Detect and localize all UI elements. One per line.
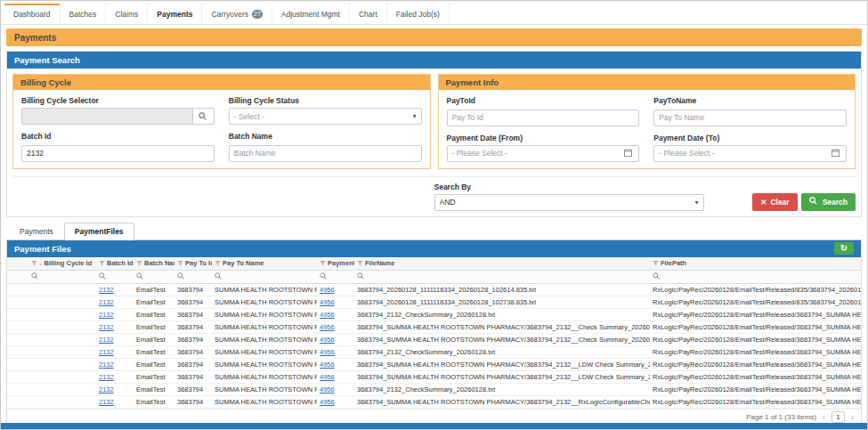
batch_id-link[interactable]: 2132 bbox=[99, 336, 114, 344]
filter-icon[interactable] bbox=[215, 260, 221, 268]
result-tab-paymentfiles[interactable]: PaymentFiles bbox=[64, 223, 134, 240]
filter-input-batch_name[interactable] bbox=[134, 271, 174, 284]
pay-to-id-input[interactable] bbox=[447, 110, 640, 126]
batch-id-input[interactable] bbox=[21, 145, 215, 162]
payment_id-link[interactable]: 4956 bbox=[320, 361, 335, 369]
billing-cycle-selector-search-button[interactable] bbox=[193, 108, 215, 125]
payment_id-link[interactable]: 4956 bbox=[320, 323, 335, 331]
column-label: FileName bbox=[365, 259, 394, 267]
filter-input-billing_cycle_id[interactable] bbox=[28, 271, 96, 284]
nav-tab-dashboard[interactable]: Dashboard bbox=[4, 4, 61, 24]
filter-input-batch_id[interactable] bbox=[96, 271, 134, 284]
batch_id-link[interactable]: 2132 bbox=[99, 385, 114, 393]
next-page-icon[interactable]: › bbox=[851, 412, 854, 422]
filter-input-pay_to_id[interactable] bbox=[174, 271, 212, 284]
cell-pay_to_id: 3683794 bbox=[174, 309, 212, 321]
nav-tab-claims[interactable]: Claims bbox=[106, 4, 148, 24]
table-head: ↓Billing Cycle IdBatch IdBatch NamePay T… bbox=[7, 257, 861, 284]
filter-icon[interactable] bbox=[320, 260, 326, 268]
column-header-file_name[interactable]: FileName bbox=[354, 257, 650, 271]
column-header-batch_id[interactable]: Batch Id bbox=[96, 257, 134, 271]
cell-sel bbox=[7, 371, 28, 384]
filter-icon[interactable] bbox=[31, 260, 37, 268]
column-header-billing_cycle_id[interactable]: ↓Billing Cycle Id bbox=[28, 257, 96, 271]
prev-page-icon[interactable]: ‹ bbox=[823, 412, 825, 422]
result-tab-payments[interactable]: Payments bbox=[9, 223, 64, 240]
column-label: Batch Name bbox=[144, 259, 174, 267]
nav-tab-payments[interactable]: Payments bbox=[148, 4, 202, 24]
payment_id-link[interactable]: 4956 bbox=[320, 286, 335, 294]
refresh-button[interactable]: ↻ bbox=[834, 242, 854, 255]
nav-tab-adjustment-mgmt[interactable]: Adjustment Mgmt bbox=[272, 4, 350, 24]
payment_id-link[interactable]: 4956 bbox=[320, 373, 335, 381]
select-column-header bbox=[7, 257, 28, 271]
calendar-icon bbox=[831, 149, 840, 158]
payment_id-link[interactable]: 4956 bbox=[320, 348, 335, 356]
cell-billing_cycle_id bbox=[28, 371, 96, 384]
filter-icon[interactable] bbox=[177, 260, 183, 268]
payment_id-link[interactable]: 4956 bbox=[320, 336, 335, 344]
batch-name-input[interactable] bbox=[229, 145, 422, 162]
cell-pay_to_id: 3683794 bbox=[174, 346, 212, 359]
filter-icon[interactable] bbox=[357, 260, 363, 268]
filter-icon[interactable] bbox=[99, 260, 105, 268]
nav-tab-carryovers[interactable]: Carryovers27 bbox=[202, 4, 272, 24]
top-nav: DashboardBatchesClaimsPaymentsCarryovers… bbox=[1, 4, 867, 25]
billing-cycle-status-label: Billing Cycle Status bbox=[229, 96, 422, 105]
filter-input-pay_to_name[interactable] bbox=[212, 271, 317, 284]
page-number-button[interactable]: 1 bbox=[831, 411, 844, 423]
billing-cycle-status-field: Billing Cycle Status - Select - ▾ bbox=[229, 96, 422, 125]
filter-input-payment_id[interactable] bbox=[317, 271, 354, 284]
clear-button[interactable]: ✕ Clear bbox=[752, 193, 797, 211]
payment_id-link[interactable]: 4956 bbox=[320, 311, 335, 319]
app-window: DashboardBatchesClaimsPaymentsCarryovers… bbox=[0, 0, 868, 430]
column-header-pay_to_name[interactable]: Pay To Name bbox=[212, 257, 317, 271]
batch_id-link[interactable]: 2132 bbox=[99, 398, 114, 406]
batch_id-link[interactable]: 2132 bbox=[99, 286, 114, 294]
cell-batch_name: EmailTest bbox=[134, 334, 174, 346]
nav-tab-batches[interactable]: Batches bbox=[61, 4, 107, 24]
cell-payment_id: 4956 bbox=[317, 334, 354, 346]
search-by-select[interactable]: AND ▾ bbox=[434, 194, 704, 211]
cell-payment_id: 4956 bbox=[317, 284, 354, 296]
batch_id-link[interactable]: 2132 bbox=[99, 348, 114, 356]
cell-billing_cycle_id bbox=[28, 309, 96, 321]
cell-pay_to_id: 3683794 bbox=[174, 384, 212, 396]
column-header-payment_id[interactable]: Payment Id bbox=[317, 257, 354, 271]
nav-tab-chart[interactable]: Chart bbox=[350, 4, 387, 24]
column-header-pay_to_id[interactable]: Pay To Id bbox=[174, 257, 212, 271]
batch_id-link[interactable]: 2132 bbox=[99, 298, 114, 306]
filter-icon[interactable] bbox=[653, 260, 659, 268]
payment_id-link[interactable]: 4956 bbox=[320, 398, 335, 406]
page-title: Payments bbox=[14, 33, 56, 43]
column-header-file_path[interactable]: FilePath bbox=[650, 257, 861, 271]
batch_id-link[interactable]: 2132 bbox=[99, 311, 114, 319]
payment-date-to-picker[interactable]: - Please Select - bbox=[653, 145, 847, 162]
payment_id-link[interactable]: 4956 bbox=[320, 298, 335, 306]
search-button[interactable]: Search bbox=[801, 193, 856, 211]
filter-input-file_path[interactable] bbox=[650, 271, 861, 284]
payment_id-link[interactable]: 4956 bbox=[320, 385, 335, 393]
billing-cycle-status-select[interactable]: - Select - ▾ bbox=[229, 108, 422, 125]
search-by-value: AND bbox=[440, 198, 692, 207]
batch_id-link[interactable]: 2132 bbox=[99, 373, 114, 381]
batch_id-link[interactable]: 2132 bbox=[99, 361, 114, 369]
cell-pay_to_name: SUMMA HEALTH ROOTSTOWN PHARMACY bbox=[212, 334, 317, 346]
nav-tab-failed-job-s[interactable]: Failed Job(s) bbox=[387, 4, 450, 24]
filter-icon[interactable] bbox=[136, 260, 142, 268]
cell-billing_cycle_id bbox=[28, 334, 96, 346]
cell-sel bbox=[7, 384, 28, 396]
pay-to-id-field: PayToId bbox=[447, 96, 640, 126]
column-header-batch_name[interactable]: Batch Name bbox=[134, 257, 174, 271]
table-row: 2132EmailTest3683794SUMMA HEALTH ROOTSTO… bbox=[7, 396, 861, 409]
batch_id-link[interactable]: 2132 bbox=[99, 323, 114, 331]
filter-input-file_name[interactable] bbox=[354, 271, 650, 284]
cell-file_path: RxLogic/PayRec/20260128/EmailTest/Releas… bbox=[650, 359, 861, 371]
result-tabs: PaymentsPaymentFiles bbox=[6, 222, 862, 240]
pay-to-name-input[interactable] bbox=[653, 110, 847, 126]
cell-payment_id: 4956 bbox=[317, 384, 354, 396]
cell-file_name: 3683794_2132_CheckSummary_20260128.txt bbox=[354, 346, 650, 359]
table-row: 2132EmailTest3683794SUMMA HEALTH ROOTSTO… bbox=[7, 334, 861, 346]
nav-tab-label: Carryovers bbox=[211, 10, 248, 19]
payment-date-from-picker[interactable]: - Please Select - bbox=[447, 145, 640, 162]
